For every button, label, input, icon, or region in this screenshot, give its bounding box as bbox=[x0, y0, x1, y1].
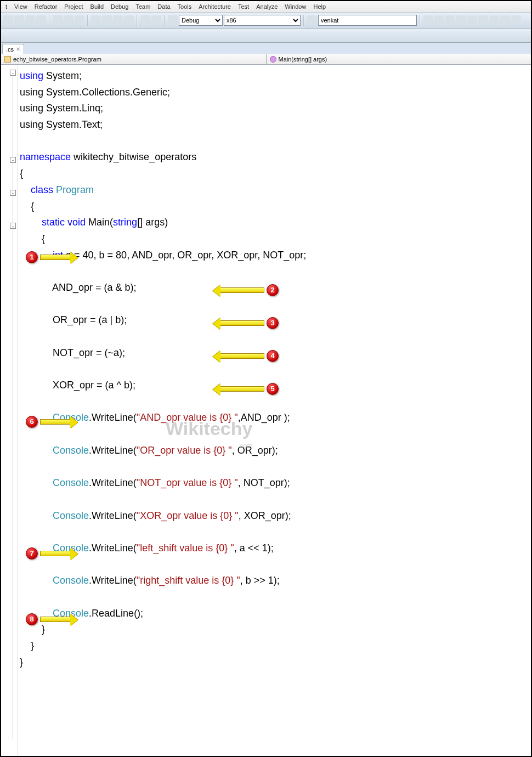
member-selector[interactable]: Main(string[] args) bbox=[267, 54, 531, 64]
toolbar-icon[interactable] bbox=[489, 15, 499, 25]
code-line: { bbox=[20, 166, 531, 182]
code-line: Console.WriteLine("AND_opr value is {0} … bbox=[20, 410, 531, 426]
code-line bbox=[20, 492, 531, 508]
fold-line bbox=[13, 76, 13, 157]
code-line bbox=[20, 329, 531, 345]
separator bbox=[49, 15, 50, 26]
code-line: using System.Text; bbox=[20, 117, 531, 133]
separator bbox=[303, 15, 304, 26]
code-line: { bbox=[20, 231, 531, 247]
main-toolbar: Debug x86 bbox=[1, 12, 531, 29]
separator bbox=[164, 15, 165, 26]
code-line: { bbox=[20, 199, 531, 215]
paste-icon[interactable] bbox=[75, 15, 84, 25]
code-line bbox=[20, 361, 531, 377]
menu-view[interactable]: View bbox=[11, 2, 31, 11]
code-line: Console.WriteLine("left_shift value is {… bbox=[20, 540, 531, 557]
menu-analyze[interactable]: Analyze bbox=[253, 2, 281, 11]
code-line bbox=[20, 459, 531, 476]
menu-data[interactable]: Data bbox=[154, 2, 173, 11]
tab-label: .cs bbox=[6, 46, 14, 53]
code-line: AND_opr = (a & b); bbox=[20, 280, 531, 296]
menu-item[interactable]: t bbox=[2, 2, 10, 11]
open-file-icon[interactable] bbox=[14, 15, 24, 25]
code-line bbox=[20, 426, 531, 443]
class-path: echy_bitwise_operators.Program bbox=[13, 56, 101, 63]
member-name: Main(string[] args) bbox=[279, 56, 327, 63]
code-line: Console.WriteLine("OR_opr value is {0} "… bbox=[20, 443, 531, 459]
cut-icon[interactable] bbox=[53, 15, 63, 25]
undo-icon[interactable] bbox=[91, 15, 101, 25]
code-line: } bbox=[20, 622, 531, 638]
save-all-icon[interactable] bbox=[36, 15, 46, 25]
code-line: XOR_opr = (a ^ b); bbox=[20, 377, 531, 394]
menu-window[interactable]: Window bbox=[281, 2, 309, 11]
toolbar-icon[interactable] bbox=[423, 15, 433, 25]
menu-project[interactable]: Project bbox=[61, 2, 86, 11]
menu-debug[interactable]: Debug bbox=[107, 2, 132, 11]
save-icon[interactable] bbox=[25, 15, 35, 25]
method-icon bbox=[270, 56, 276, 63]
nav-fwd-icon[interactable] bbox=[124, 15, 134, 25]
document-tab[interactable]: .cs ✕ bbox=[2, 44, 24, 54]
close-icon[interactable]: ✕ bbox=[16, 46, 20, 52]
code-line bbox=[20, 589, 531, 606]
toolbar-icon[interactable] bbox=[478, 15, 488, 25]
code-line bbox=[20, 557, 531, 573]
code-line: using System; bbox=[20, 68, 531, 84]
code-line bbox=[20, 524, 531, 540]
new-file-icon[interactable] bbox=[3, 15, 13, 25]
platform-select[interactable]: x86 bbox=[224, 15, 301, 26]
search-input[interactable] bbox=[318, 15, 417, 26]
code-line: int a = 40, b = 80, AND_opr, OR_opr, XOR… bbox=[20, 247, 531, 264]
menu-refactor[interactable]: Refactor bbox=[31, 2, 61, 11]
code-line bbox=[20, 133, 531, 150]
nav-back-icon[interactable] bbox=[113, 15, 123, 25]
fold-icon[interactable]: - bbox=[10, 70, 16, 76]
code-line: static void Main(string[] args) bbox=[20, 214, 531, 231]
fold-icon[interactable]: - bbox=[10, 157, 16, 163]
code-line: class Program bbox=[20, 182, 531, 199]
code-line bbox=[20, 394, 531, 410]
code-line: Console.WriteLine("XOR_opr value is {0} … bbox=[20, 508, 531, 524]
toolbar-icon[interactable] bbox=[434, 15, 444, 25]
copy-icon[interactable] bbox=[64, 15, 73, 25]
separator bbox=[137, 15, 138, 26]
code-line: using System.Collections.Generic; bbox=[20, 84, 531, 101]
toolbar-icon[interactable] bbox=[140, 15, 150, 25]
code-line: NOT_opr = (~a); bbox=[20, 345, 531, 361]
class-icon bbox=[4, 56, 11, 63]
code-line: namespace wikitechy_bitwise_operators bbox=[20, 149, 531, 166]
find-icon[interactable] bbox=[307, 15, 317, 25]
code-line: Console.WriteLine("NOT_opr value is {0} … bbox=[20, 475, 531, 492]
start-debug-icon[interactable] bbox=[168, 15, 178, 25]
toolbar-icon[interactable] bbox=[511, 15, 521, 25]
menu-team[interactable]: Team bbox=[132, 2, 154, 11]
menu-tools[interactable]: Tools bbox=[174, 2, 195, 11]
code-editor[interactable]: - - - - using System; using System.Colle… bbox=[1, 65, 531, 756]
toolbar-icon[interactable] bbox=[456, 15, 466, 25]
code-line: Console.ReadLine(); bbox=[20, 606, 531, 622]
secondary-toolbar bbox=[1, 29, 531, 43]
config-select[interactable]: Debug bbox=[179, 15, 223, 26]
toolbar-icon[interactable] bbox=[445, 15, 455, 25]
menu-help[interactable]: Help bbox=[310, 2, 329, 11]
toolbar-icon[interactable] bbox=[467, 15, 477, 25]
redo-icon[interactable] bbox=[102, 15, 112, 25]
class-selector[interactable]: echy_bitwise_operators.Program bbox=[1, 54, 267, 64]
code-line: Console.WriteLine("right_shift value is … bbox=[20, 573, 531, 589]
separator bbox=[87, 15, 88, 26]
toolbar-icon[interactable] bbox=[151, 15, 161, 25]
code-line bbox=[20, 296, 531, 313]
code-line: OR_opr = (a | b); bbox=[20, 312, 531, 329]
code-line: using System.Linq; bbox=[20, 100, 531, 117]
toolbar-icon[interactable] bbox=[500, 15, 510, 25]
gutter: - - - - bbox=[1, 65, 18, 756]
menu-bar: t View Refactor Project Build Debug Team… bbox=[1, 1, 531, 12]
code-nav-bar: echy_bitwise_operators.Program Main(stri… bbox=[1, 54, 531, 65]
menu-architecture[interactable]: Architecture bbox=[195, 2, 234, 11]
menu-test[interactable]: Test bbox=[235, 2, 252, 11]
fold-line bbox=[13, 163, 13, 739]
menu-build[interactable]: Build bbox=[87, 2, 107, 11]
code-line: } bbox=[20, 638, 531, 654]
